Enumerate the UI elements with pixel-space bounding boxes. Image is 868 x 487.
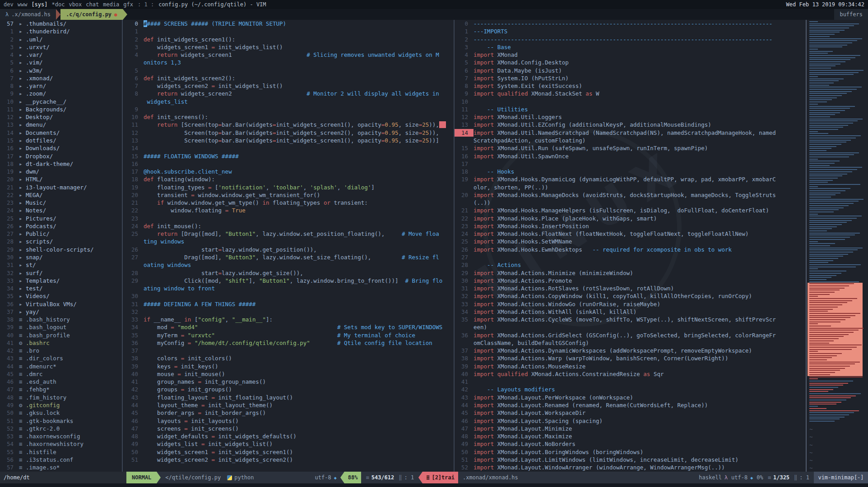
- tree-row[interactable]: 57▸.thumbnails/: [0, 20, 122, 28]
- nerdtree-pane[interactable]: 57▸.thumbnails/1▸.thunderbird/2▸.uml/3▸.…: [0, 20, 123, 472]
- code-line[interactable]: 40 mouse = init_mouse(): [123, 370, 454, 378]
- code-line[interactable]: 40import qualified XMonad.Actions.Constr…: [455, 370, 806, 378]
- code-line[interactable]: 21 if window.window.get_wm_type() in flo…: [123, 199, 454, 207]
- code-line[interactable]: 25 return [Drag([mod], "Button1", lazy.w…: [123, 230, 454, 238]
- code-line[interactable]: 35import XMonad.Actions.CycleWS (moveTo,…: [455, 316, 806, 323]
- code-line[interactable]: 41: [455, 378, 806, 386]
- tree-row[interactable]: 25▸Pictures/: [0, 215, 122, 222]
- code-line[interactable]: 14import XMonad.Util.NamedScratchpad (Na…: [455, 129, 806, 137]
- code-line[interactable]: 12import XMonad.Util.Loggers: [455, 113, 806, 121]
- tree-row[interactable]: 36▸VirtualBox VMs/: [0, 300, 122, 308]
- code-line[interactable]: 33if __name__ in ["config", "__main__"]:: [123, 316, 454, 323]
- tree-row[interactable]: 52≡.gtkrc-2.0: [0, 425, 122, 432]
- code-line[interactable]: (..)): [455, 199, 806, 207]
- workspace-tag[interactable]: *doc: [52, 1, 65, 8]
- code-line[interactable]: 31import XMonad.Actions.RotSlaves (rotSl…: [455, 285, 806, 292]
- tree-row[interactable]: 41⚙.bashrc: [0, 339, 122, 347]
- workspace-tag[interactable]: gfx: [123, 1, 133, 8]
- code-line[interactable]: widgets_list: [123, 98, 454, 106]
- code-line[interactable]: 51 widgets_screen2 = init_widgets_screen…: [123, 456, 454, 464]
- code-line[interactable]: 47import XMonad.Layout.Minimize: [455, 425, 806, 432]
- tree-row[interactable]: 35▸Videos/: [0, 292, 122, 300]
- code-line[interactable]: 37: [123, 347, 454, 354]
- code-line[interactable]: 35 myTerm = "urxvtc" # My terminal of ch…: [123, 331, 454, 339]
- code-line[interactable]: 48import XMonad.Layout.Maximize: [455, 432, 806, 440]
- code-line[interactable]: ting windows: [123, 238, 454, 245]
- code-line[interactable]: 42 groups = init_groups(): [123, 386, 454, 393]
- code-line[interactable]: 13 Screen(top=bar.Bar(widgets=init_widge…: [123, 137, 454, 144]
- code-line[interactable]: 24import XMonad.Hooks.FloatNext (floatNe…: [455, 230, 806, 238]
- workspace-tag[interactable]: chat: [86, 1, 99, 8]
- tree-row[interactable]: 15▸dotfiles/: [0, 137, 122, 144]
- tree-row[interactable]: 16▸Downloads/: [0, 144, 122, 152]
- code-line[interactable]: olor, shorten, PP(..)): [455, 184, 806, 191]
- tree-row[interactable]: 27▸Public/: [0, 230, 122, 238]
- code-line[interactable]: 7 widgets_screen2 = init_widgets_list(): [123, 82, 454, 90]
- tree-row[interactable]: 17▸Dropbox/: [0, 152, 122, 160]
- tree-row[interactable]: 14▸Documents/: [0, 129, 122, 137]
- code-line[interactable]: 26 start=lazy.window.get_position()),: [123, 246, 454, 253]
- code-line[interactable]: 13import XMonad.Util.EZConfig (additiona…: [455, 121, 806, 129]
- tree-row[interactable]: 56≡.i3status.conf: [0, 456, 122, 464]
- code-line[interactable]: 20import XMonad.Hooks.ManageDocks (avoid…: [455, 191, 806, 199]
- code-line[interactable]: 27: [455, 253, 806, 261]
- code-line[interactable]: 9: [123, 106, 454, 113]
- code-line[interactable]: 3 widgets_screen1 = init_widgets_list(): [123, 43, 454, 51]
- code-line[interactable]: ScratchpadAction, customFloating): [455, 137, 806, 144]
- tree-row[interactable]: 53≡.haxornewsconfig: [0, 432, 122, 440]
- tree-row[interactable]: 34▸test/: [0, 285, 122, 292]
- code-line[interactable]: 12 Screen(top=bar.Bar(widgets=init_widge…: [123, 129, 454, 137]
- tree-row[interactable]: 47≡.fehbg*: [0, 386, 122, 393]
- tree-row[interactable]: 13▸dmenu/: [0, 121, 122, 129]
- code-line[interactable]: 21import XMonad.Hooks.ManageHelpers (isF…: [455, 207, 806, 214]
- tree-row[interactable]: 23▸Music/: [0, 199, 122, 207]
- tree-row[interactable]: 37▸yay/: [0, 308, 122, 316]
- tree-row[interactable]: 38≡.bash_history: [0, 316, 122, 323]
- code-line[interactable]: 16import XMonad.Util.SpawnOnce: [455, 152, 806, 160]
- code-line[interactable]: 18def floating(window):: [123, 175, 454, 183]
- code-line[interactable]: 34 mod = "mod4" # Sets mod key to SUPER/…: [123, 323, 454, 331]
- code-line[interactable]: 39import XMonad.Actions.MouseResize: [455, 363, 806, 370]
- code-line[interactable]: 1: [123, 28, 454, 35]
- tree-row[interactable]: 24▸Notes/: [0, 207, 122, 214]
- editor-xmonad-hs[interactable]: 0---------------------------------------…: [455, 20, 807, 472]
- tree-row[interactable]: 5▸.vim/: [0, 59, 122, 66]
- code-line[interactable]: 2---------------------------------------…: [455, 36, 806, 43]
- code-line[interactable]: 32import XMonad.Actions.CopyWindow (kill…: [455, 292, 806, 300]
- code-line[interactable]: 24def init_mouse():: [123, 222, 454, 230]
- code-line[interactable]: 6import Data.Maybe (isJust): [455, 67, 806, 74]
- tree-row[interactable]: 46≡.esd_auth: [0, 378, 122, 386]
- workspace-tag[interactable]: media: [103, 1, 119, 8]
- editor-config-py[interactable]: 0##### SCREENS ##### (TRIPLE MONITOR SET…: [123, 20, 455, 472]
- tree-row[interactable]: 3▸.urxvt/: [0, 43, 122, 51]
- code-line[interactable]: 25import XMonad.Hooks.SetWMName: [455, 238, 806, 245]
- code-line[interactable]: 7import System.IO (hPutStrLn): [455, 74, 806, 82]
- code-line[interactable]: 36import XMonad.Actions.GridSelect (GSCo…: [455, 331, 806, 339]
- code-line[interactable]: 41 group_names = init_group_names(): [123, 378, 454, 386]
- code-line[interactable]: 49 widgets_list = init_widgets_list(): [123, 440, 454, 448]
- code-line[interactable]: 47 screens = init_screens(): [123, 425, 454, 432]
- code-line[interactable]: 44import XMonad.Layout.Renamed (renamed,…: [455, 401, 806, 409]
- workspace-tag[interactable]: dev: [4, 1, 14, 8]
- tree-row[interactable]: 10▸__pycache__/: [0, 98, 122, 106]
- tree-row[interactable]: 43≡.dir_colors: [0, 354, 122, 362]
- code-line[interactable]: 6def init_widgets_screen2():: [123, 74, 454, 82]
- code-line[interactable]: 10def init_screens():: [123, 113, 454, 121]
- code-line[interactable]: 26import XMonad.Hooks.EwmhDesktops -- re…: [455, 246, 806, 253]
- code-line[interactable]: 27 Drag([mod], "Button3", lazy.window.se…: [123, 253, 454, 261]
- code-line[interactable]: 23: [123, 215, 454, 222]
- code-line[interactable]: 38 colors = init_colors(): [123, 354, 454, 362]
- code-line[interactable]: 1---IMPORTS: [455, 28, 806, 35]
- code-line[interactable]: 50 widgets_screen1 = init_widgets_screen…: [123, 448, 454, 456]
- code-line[interactable]: 43 floating_layout = init_floating_layou…: [123, 394, 454, 401]
- tree-row[interactable]: 19▸dwm/: [0, 168, 122, 175]
- code-line[interactable]: 22import XMonad.Hooks.Place (placeHook, …: [455, 215, 806, 222]
- code-line[interactable]: 46 layouts = init_layouts(): [123, 417, 454, 425]
- tree-row[interactable]: 1▸.thunderbird/: [0, 28, 122, 35]
- code-line[interactable]: 38import XMonad.Actions.Warp (warpToWind…: [455, 354, 806, 362]
- tree-row[interactable]: 18▸dt-dark-theme/: [0, 160, 122, 168]
- tree-row[interactable]: 29▸shell-color-scripts/: [0, 246, 122, 253]
- tree-row[interactable]: 11▸Backgrounds/: [0, 106, 122, 113]
- code-line[interactable]: 15import XMonad.Util.Run (safeSpawn, uns…: [455, 144, 806, 152]
- code-line[interactable]: 14: [123, 144, 454, 152]
